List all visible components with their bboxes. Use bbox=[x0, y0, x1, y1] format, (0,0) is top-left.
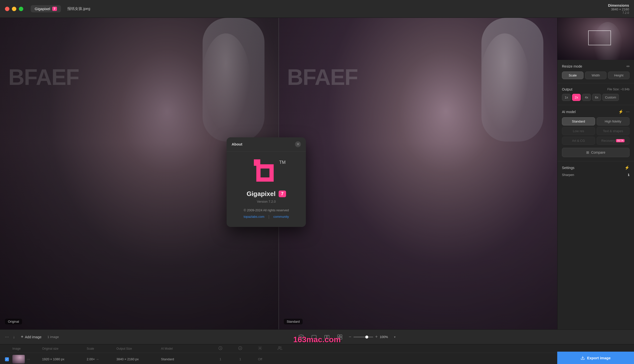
dialog-close-button[interactable]: ✕ bbox=[295, 141, 301, 147]
output-buttons: 1x 2x 4x 6x Custom bbox=[562, 94, 629, 101]
export-label: Export image bbox=[587, 356, 610, 360]
minimize-button[interactable] bbox=[12, 7, 16, 11]
dimensions-value: 3840 × 2160 bbox=[608, 8, 629, 11]
model-art-cg[interactable]: Art & CG bbox=[562, 136, 595, 145]
output-2x[interactable]: 2x bbox=[572, 94, 581, 101]
topazlabs-link[interactable]: topazlabs.com bbox=[244, 215, 264, 218]
svg-rect-3 bbox=[327, 335, 329, 339]
zoom-plus-icon[interactable]: + bbox=[375, 334, 378, 340]
close-button[interactable] bbox=[5, 7, 10, 11]
th-col4 bbox=[270, 346, 290, 351]
main-area: BFAEF Original BFAEF Standard bbox=[0, 18, 634, 329]
camera-icon[interactable] bbox=[297, 333, 305, 341]
ai-model-icons: ⚡ ··· bbox=[618, 109, 629, 114]
sharpen-label: Sharpen bbox=[562, 173, 574, 177]
th-original-size: Original size bbox=[42, 347, 87, 350]
table-row: ✓ ··· 1920 × 1080 px 2.00× → 3840 × 2160… bbox=[0, 353, 634, 364]
logo-container: TM bbox=[254, 159, 279, 182]
resize-mode-width[interactable]: Width bbox=[585, 72, 606, 79]
model-recovery[interactable]: Recovery BETA bbox=[597, 136, 630, 145]
sharpen-row: Sharpen 1 bbox=[562, 173, 629, 177]
bottom-center: − + 100% ▾ bbox=[64, 333, 629, 341]
more-options-icon[interactable]: ··· bbox=[626, 109, 629, 114]
overlay-text-right: BFAEF bbox=[287, 64, 358, 90]
dialog-app-name: Gigapixel bbox=[247, 190, 276, 198]
settings-icon[interactable]: ⚡ bbox=[624, 165, 629, 170]
settings-label: Settings bbox=[562, 166, 574, 170]
traffic-lights bbox=[5, 7, 23, 11]
ai-model-header: AI model ⚡ ··· bbox=[562, 109, 629, 114]
preview-thumbnail bbox=[557, 18, 634, 60]
dimensions-display: Dimensions 3840 × 2160 7.2.0 bbox=[608, 3, 629, 14]
row-output-size: 3840 × 2160 px bbox=[116, 357, 161, 361]
logo-outer-square bbox=[256, 164, 274, 182]
th-col2 bbox=[230, 346, 250, 351]
view-split-icon[interactable] bbox=[323, 333, 331, 341]
zoom-dropdown-icon[interactable]: ▾ bbox=[394, 335, 396, 339]
scale-arrow: → bbox=[96, 357, 99, 361]
trademark-symbol: TM bbox=[279, 160, 285, 165]
logo-inner-square bbox=[260, 168, 269, 178]
dialog-version: Version 7.2.0 bbox=[232, 200, 300, 204]
th-image: Image bbox=[12, 347, 42, 350]
model-high-fidelity[interactable]: High fidelity bbox=[597, 117, 630, 126]
dimensions-label: Dimensions bbox=[608, 3, 629, 8]
zoom-slider[interactable] bbox=[354, 336, 373, 338]
row-image-cell: ··· bbox=[12, 355, 42, 364]
row-dots: ··· bbox=[27, 357, 30, 362]
model-grid: Standard High fidelity Low res Text & sh… bbox=[562, 117, 629, 145]
resize-mode-scale[interactable]: Scale bbox=[562, 72, 583, 79]
app-tab[interactable]: Gigapixel 7 bbox=[31, 5, 61, 12]
processed-image: BFAEF bbox=[279, 18, 557, 329]
sort-icon: ⋯ bbox=[5, 334, 9, 339]
add-image-button[interactable]: + Add image bbox=[19, 333, 43, 340]
export-button[interactable]: Export image bbox=[557, 352, 634, 364]
app-logo: TM bbox=[232, 159, 300, 184]
dialog-links: topazlabs.com | community bbox=[232, 214, 300, 219]
model-low-res[interactable]: Low res bbox=[562, 127, 595, 135]
output-custom[interactable]: Custom bbox=[602, 94, 619, 101]
row-checkbox[interactable]: ✓ bbox=[5, 357, 12, 361]
app-name-row: Gigapixel 7 bbox=[232, 190, 300, 198]
th-ai-model: AI Model bbox=[161, 347, 210, 350]
add-image-label: Add image bbox=[25, 335, 42, 339]
output-6x[interactable]: 6x bbox=[592, 94, 601, 101]
th-scale: Scale bbox=[87, 347, 116, 350]
bottom-toolbar: ⋯ ↓ + Add image 1 image − + 100% ▾ bbox=[0, 329, 634, 344]
output-section: Output File Size: ~0.94b 1x 2x 4x 6x Cus… bbox=[557, 84, 634, 105]
row-col1: 1 bbox=[210, 357, 230, 361]
fullscreen-button[interactable] bbox=[19, 7, 23, 11]
svg-point-11 bbox=[279, 346, 280, 348]
model-standard[interactable]: Standard bbox=[562, 117, 595, 126]
dialog-body: TM Gigapixel 7 Version 7.2.0 © 2009-2024… bbox=[227, 152, 306, 227]
sort-down-icon: ↓ bbox=[13, 335, 15, 339]
compare-button[interactable]: ⊞ Compare bbox=[562, 148, 629, 157]
processed-panel: BFAEF Standard bbox=[279, 18, 557, 329]
view-single-icon[interactable] bbox=[310, 333, 318, 341]
svg-rect-4 bbox=[338, 335, 340, 337]
viewport-indicator bbox=[588, 30, 611, 45]
th-col3 bbox=[250, 346, 270, 351]
resize-mode-section: Resize mode ⇔ Scale Width Height bbox=[557, 60, 634, 84]
table-header: Image Original size Scale Output Size AI… bbox=[0, 344, 634, 353]
zoom-control: − + 100% ▾ bbox=[349, 334, 396, 340]
row-ai-model: Standard bbox=[161, 357, 210, 361]
svg-point-10 bbox=[259, 348, 261, 349]
dialog-header: About ✕ bbox=[227, 137, 306, 152]
plus-icon: + bbox=[21, 334, 24, 340]
output-1x[interactable]: 1x bbox=[562, 94, 571, 101]
community-link[interactable]: community bbox=[273, 215, 289, 218]
file-size-info: File Size: ~0.94b bbox=[607, 88, 629, 91]
svg-rect-5 bbox=[340, 335, 342, 337]
zoom-minus-icon[interactable]: − bbox=[349, 334, 352, 340]
row-thumbnail bbox=[12, 355, 25, 364]
resize-mode-height[interactable]: Height bbox=[608, 72, 629, 79]
row-col2: 1 bbox=[230, 357, 250, 361]
model-text-shapes[interactable]: Text & shapes bbox=[597, 127, 630, 135]
ai-model-section: AI model ⚡ ··· Standard High fidelity Lo… bbox=[557, 105, 634, 161]
file-tab[interactable]: 报纸女孩.jpeg bbox=[63, 5, 94, 12]
row-original-size: 1920 × 1080 px bbox=[42, 357, 87, 361]
output-4x[interactable]: 4x bbox=[582, 94, 591, 101]
lightning-icon[interactable]: ⚡ bbox=[618, 109, 623, 114]
view-grid-icon[interactable] bbox=[336, 333, 344, 341]
